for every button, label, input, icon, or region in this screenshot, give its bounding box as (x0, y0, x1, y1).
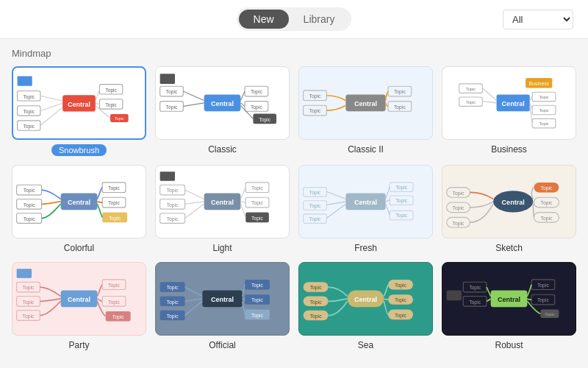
svg-line-10 (40, 107, 62, 126)
filter-select[interactable]: All Mindmap Flowchart Org Chart (503, 10, 573, 29)
card-label-business: Business (491, 144, 527, 155)
svg-line-67 (482, 102, 496, 103)
svg-text:Topic: Topic (466, 100, 476, 105)
svg-line-35 (240, 91, 245, 100)
svg-text:Topic: Topic (23, 286, 35, 291)
top-bar: New Library All Mindmap Flowchart Org Ch… (0, 0, 588, 39)
card-label-robust: Robust (495, 340, 523, 350)
card-classic[interactable]: Central Topic Topic Topic Topic Topic (155, 66, 290, 156)
svg-text:Topic: Topic (108, 283, 120, 289)
svg-text:Topic: Topic (395, 198, 407, 204)
svg-text:Topic: Topic (469, 286, 481, 291)
svg-line-113 (326, 204, 345, 218)
svg-line-27 (183, 91, 204, 100)
svg-text:Topic: Topic (105, 102, 117, 107)
svg-text:Topic: Topic (394, 105, 406, 110)
card-label-party: Party (68, 340, 89, 350)
card-fresh[interactable]: Central Topic Topic Topic Topic Topic To… (298, 165, 433, 253)
svg-text:Topic: Topic (105, 87, 117, 93)
svg-text:Topic: Topic (251, 283, 263, 289)
svg-text:Topic: Topic (466, 87, 476, 91)
template-grid: Central Topic Topic Topic Topic Topic To… (12, 66, 576, 350)
svg-text:Topic: Topic (539, 122, 548, 127)
svg-text:Topic: Topic (251, 105, 262, 110)
svg-text:Topic: Topic (309, 190, 321, 196)
svg-text:Topic: Topic (167, 300, 179, 305)
svg-text:Topic: Topic (251, 90, 262, 96)
svg-text:Central: Central (68, 199, 90, 207)
svg-text:Topic: Topic (453, 221, 465, 227)
svg-line-18 (96, 103, 100, 104)
svg-line-122 (386, 204, 390, 215)
svg-text:Topic: Topic (115, 116, 124, 120)
svg-rect-20 (18, 76, 32, 85)
svg-text:Topic: Topic (309, 109, 321, 115)
svg-text:Topic: Topic (395, 213, 407, 219)
svg-text:Topic: Topic (310, 300, 322, 305)
svg-text:Topic: Topic (166, 90, 178, 96)
svg-text:Topic: Topic (167, 188, 179, 194)
card-official[interactable]: Central Topic Topic Topic Topic Topic To… (155, 262, 290, 350)
svg-line-160 (185, 287, 203, 296)
svg-text:Topic: Topic (108, 300, 120, 305)
svg-line-121 (386, 200, 390, 202)
card-sea[interactable]: Central Topic Topic Topic Topic Topic To… (298, 262, 433, 350)
svg-text:Topic: Topic (395, 313, 406, 319)
svg-line-161 (185, 299, 203, 301)
svg-rect-102 (160, 171, 175, 180)
svg-rect-151 (17, 269, 32, 277)
svg-text:Topic: Topic (23, 314, 35, 319)
card-business[interactable]: Central Business Topic Topic Topic Topic (442, 66, 576, 156)
svg-text:Topic: Topic (23, 300, 35, 305)
svg-line-92 (185, 204, 204, 218)
svg-text:Topic: Topic (541, 185, 553, 191)
card-colorful[interactable]: Central Topic Topic Topic Topic Topic To… (12, 165, 146, 253)
svg-text:Topic: Topic (395, 185, 407, 191)
card-party[interactable]: Central Topic Topic Topic Topic Topic To… (12, 262, 146, 350)
card-label-fresh: Fresh (354, 243, 377, 253)
svg-text:Topic: Topic (23, 108, 35, 114)
svg-text:Topic: Topic (310, 314, 322, 319)
tab-group: New Library (237, 7, 352, 31)
library-tab[interactable]: Library (289, 10, 350, 29)
svg-text:Topic: Topic (537, 283, 549, 289)
svg-line-111 (326, 191, 345, 199)
svg-line-91 (185, 202, 204, 204)
svg-text:Topic: Topic (109, 216, 121, 222)
svg-text:Topic: Topic (108, 185, 120, 191)
svg-text:Topic: Topic (23, 93, 35, 99)
svg-text:Topic: Topic (541, 201, 553, 207)
svg-text:Topic: Topic (251, 313, 263, 319)
new-tab[interactable]: New (239, 10, 289, 29)
card-label-sea: Sea (358, 340, 373, 350)
svg-line-17 (96, 89, 100, 101)
svg-text:Topic: Topic (166, 105, 178, 110)
card-label-light: Light (212, 243, 232, 253)
svg-text:Central: Central (68, 100, 90, 107)
svg-text:Topic: Topic (545, 312, 554, 316)
svg-text:Topic: Topic (167, 314, 179, 319)
svg-text:Topic: Topic (309, 216, 321, 222)
svg-text:Topic: Topic (539, 108, 548, 113)
card-label-colorful: Colorful (64, 243, 94, 253)
svg-text:Topic: Topic (251, 216, 263, 222)
svg-line-101 (240, 204, 245, 217)
svg-text:Central: Central (498, 297, 520, 304)
svg-line-19 (96, 105, 110, 118)
card-label-official: Official (209, 340, 235, 350)
svg-line-28 (183, 103, 204, 107)
svg-text:Central: Central (211, 297, 234, 304)
card-sketch[interactable]: Central Topic Topic Topic Topic Topic To… (442, 165, 576, 253)
svg-line-112 (326, 202, 345, 205)
svg-line-162 (185, 301, 203, 315)
svg-line-120 (386, 187, 390, 199)
svg-text:Central: Central (354, 101, 377, 108)
svg-text:Topic: Topic (394, 90, 406, 96)
card-light[interactable]: Central Topic Topic Topic Topic Topic To… (155, 165, 290, 253)
card-robust[interactable]: Central Topic Topic Topic Topic Topic (442, 262, 576, 350)
svg-text:Topic: Topic (309, 93, 321, 99)
svg-text:Topic: Topic (537, 298, 549, 304)
svg-text:Topic: Topic (251, 185, 263, 191)
card-snowbrush[interactable]: Central Topic Topic Topic Topic Topic To… (12, 66, 146, 156)
card-classic2[interactable]: Central Topic Topic Topic Topic Classic … (298, 66, 433, 156)
